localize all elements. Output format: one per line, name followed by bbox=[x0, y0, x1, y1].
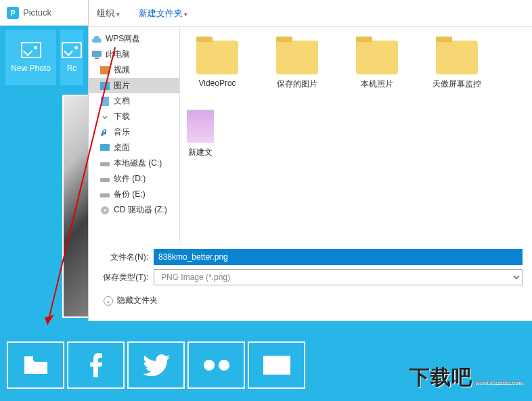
pc-icon bbox=[91, 50, 102, 60]
tree-desktop[interactable]: 桌面 bbox=[89, 140, 179, 156]
tree-downloads[interactable]: 下载 bbox=[89, 109, 179, 124]
folder-item[interactable]: 天傲屏幕监控 bbox=[426, 41, 487, 90]
twitter-icon bbox=[143, 354, 170, 376]
tree-wps[interactable]: WPS网盘 bbox=[89, 31, 179, 47]
photo-icon bbox=[21, 42, 41, 58]
email-icon bbox=[263, 356, 290, 375]
nav-tree: WPS网盘 此电脑 视频 图片 文档 下载 音乐 桌面 本地磁盘 (C:) 软件… bbox=[89, 27, 180, 243]
svg-point-10 bbox=[104, 209, 106, 211]
pictures-icon bbox=[99, 81, 110, 91]
folder-icon bbox=[196, 41, 238, 74]
folder-item[interactable]: 本机照片 bbox=[347, 41, 407, 90]
tree-drive-e[interactable]: 备份 (E:) bbox=[89, 187, 179, 202]
filetype-select[interactable]: PNG Image (*.png) bbox=[154, 269, 523, 285]
watermark: 下载吧 www.xiazaiba.com bbox=[409, 364, 523, 392]
tree-documents[interactable]: 文档 bbox=[89, 93, 179, 109]
svg-rect-6 bbox=[100, 162, 110, 166]
video-icon bbox=[99, 66, 110, 75]
tree-pictures[interactable]: 图片 bbox=[89, 78, 179, 93]
drive-icon bbox=[99, 190, 110, 199]
new-folder-button[interactable]: 新建文件夹 bbox=[139, 7, 188, 20]
svg-rect-13 bbox=[24, 356, 33, 360]
folder-list[interactable]: VideoProc 保存的图片 本机照片 天傲屏幕监控 新建文 bbox=[180, 27, 532, 243]
folder-icon bbox=[356, 41, 398, 74]
share-folder-button[interactable] bbox=[7, 341, 64, 389]
svg-rect-1 bbox=[95, 57, 99, 59]
folder-item[interactable]: 保存的图片 bbox=[267, 41, 328, 90]
tree-video[interactable]: 视频 bbox=[89, 62, 179, 78]
share-twitter-button[interactable] bbox=[127, 341, 185, 389]
organize-menu[interactable]: 组织 bbox=[97, 7, 120, 20]
folder-icon bbox=[187, 109, 214, 143]
folder-item[interactable]: 新建文 bbox=[187, 109, 214, 158]
filename-label: 文件名(N): bbox=[98, 252, 148, 263]
tree-drive-c[interactable]: 本地磁盘 (C:) bbox=[89, 156, 179, 171]
folder-item[interactable]: VideoProc bbox=[187, 41, 248, 90]
hide-folders-toggle[interactable]: ⌄ 隐藏文件夹 bbox=[98, 289, 523, 306]
tool-icon bbox=[62, 42, 82, 58]
dialog-toolbar: 组织 新建文件夹 bbox=[89, 0, 532, 27]
filename-input[interactable] bbox=[154, 249, 523, 265]
app-name: Pictuck bbox=[23, 7, 51, 18]
flickr-icon bbox=[203, 359, 230, 371]
share-facebook-button[interactable] bbox=[67, 341, 125, 389]
svg-rect-2 bbox=[100, 66, 110, 74]
svg-rect-4 bbox=[101, 97, 109, 106]
facebook-icon bbox=[90, 353, 102, 377]
share-flickr-button[interactable] bbox=[187, 341, 245, 389]
desktop-icon bbox=[99, 143, 110, 153]
svg-rect-5 bbox=[100, 144, 110, 151]
drive-icon bbox=[99, 174, 110, 184]
download-icon bbox=[99, 112, 110, 122]
drive-icon bbox=[99, 159, 110, 168]
cloud-icon bbox=[91, 34, 102, 44]
folder-icon bbox=[23, 355, 49, 375]
app-logo-icon: P bbox=[7, 7, 19, 19]
tree-drive-d[interactable]: 软件 (D:) bbox=[89, 171, 179, 187]
second-tool-button[interactable]: Rc bbox=[60, 30, 83, 85]
new-photo-button[interactable]: New Photo bbox=[5, 30, 56, 85]
music-icon bbox=[99, 128, 110, 137]
chevron-down-icon: ⌄ bbox=[104, 296, 113, 306]
share-email-button[interactable] bbox=[248, 341, 305, 389]
tree-thispc[interactable]: 此电脑 bbox=[89, 47, 179, 62]
photo-preview bbox=[62, 95, 91, 318]
svg-rect-3 bbox=[100, 82, 110, 90]
save-dialog: 组织 新建文件夹 WPS网盘 此电脑 视频 图片 文档 下载 音乐 桌面 本地磁… bbox=[88, 0, 532, 321]
doc-icon bbox=[99, 97, 110, 106]
svg-rect-8 bbox=[100, 193, 110, 197]
cd-icon bbox=[99, 206, 110, 215]
tree-music[interactable]: 音乐 bbox=[89, 124, 179, 140]
svg-rect-0 bbox=[92, 51, 102, 57]
svg-point-14 bbox=[204, 360, 215, 371]
app-titlebar: P Pictuck bbox=[0, 0, 88, 26]
folder-icon bbox=[276, 41, 318, 74]
svg-point-15 bbox=[219, 360, 229, 371]
filetype-label: 保存类型(T): bbox=[98, 272, 148, 283]
svg-rect-7 bbox=[100, 178, 110, 182]
tree-cd-drive[interactable]: CD 驱动器 (Z:) bbox=[89, 202, 179, 218]
folder-icon bbox=[436, 41, 478, 74]
